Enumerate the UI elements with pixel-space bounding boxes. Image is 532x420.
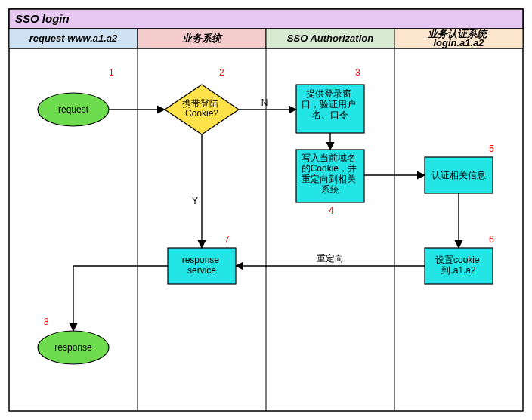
response-service-label: response service <box>182 255 222 276</box>
num-8: 8 <box>44 317 49 327</box>
auth-info-label: 认证相关信息 <box>431 170 486 181</box>
sso-login-diagram: SSO login request www.a1.a2 业务系统 SSO Aut… <box>0 0 532 420</box>
title-bar <box>9 9 523 29</box>
edge-service-to-response <box>73 266 168 331</box>
num-6: 6 <box>489 234 494 245</box>
set-cookie-label: 设置cookie 到.a1.a2 <box>435 255 482 276</box>
num-7: 7 <box>224 234 230 245</box>
edge-redirect-label: 重定向 <box>317 253 344 264</box>
response-label: response <box>54 342 92 353</box>
request-label: request <box>58 104 89 115</box>
num-3: 3 <box>355 67 360 78</box>
lane2-title: 业务系统 <box>181 32 223 44</box>
num-5: 5 <box>489 144 494 154</box>
num-1: 1 <box>109 67 114 78</box>
edge-yes-label: Y <box>192 196 198 206</box>
lane1-title: request www.a1.a2 <box>29 32 118 44</box>
lane3-title: SSO Authorization <box>287 32 373 44</box>
lane4-title: 业务认证系统 login.a1.a2 <box>427 28 490 48</box>
num-2: 2 <box>219 67 224 78</box>
num-4: 4 <box>329 205 334 216</box>
cookie-check-label: 携带登陆 Cookie? <box>182 98 221 119</box>
edge-no-label: N <box>261 97 268 108</box>
diagram-title: SSO login <box>15 12 70 25</box>
